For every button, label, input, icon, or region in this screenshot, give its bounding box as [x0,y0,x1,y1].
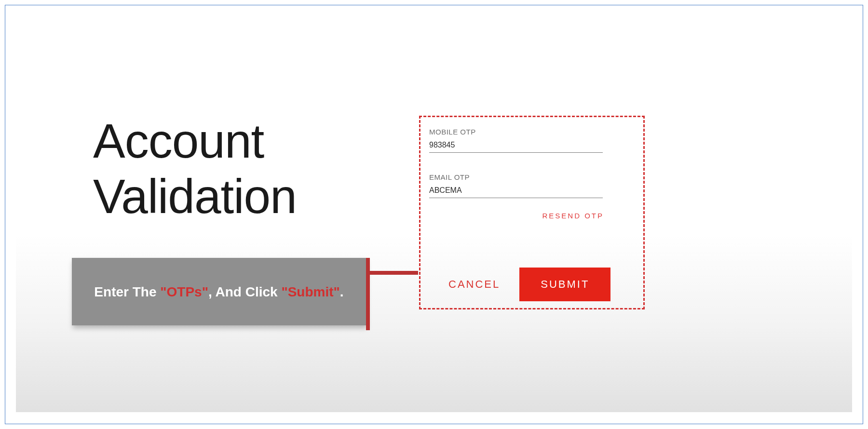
callout-connector-vertical [366,258,370,330]
button-row: CANCEL SUBMIT [429,268,635,301]
page-title: AccountValidation [93,113,297,224]
instruction-pre: Enter The [94,284,160,299]
submit-button[interactable]: SUBMIT [519,268,610,301]
mobile-otp-label: MOBILE OTP [429,128,635,136]
mobile-otp-field: MOBILE OTP [429,128,635,153]
instruction-highlight-submit: "Submit" [281,284,339,299]
email-otp-input[interactable] [429,184,603,198]
email-otp-label: EMAIL OTP [429,173,635,181]
callout-connector-horizontal [370,271,418,275]
cancel-button[interactable]: CANCEL [448,278,500,291]
resend-row: RESEND OTP [429,212,604,220]
instruction-callout: Enter The "OTPs", And Click "Submit". [72,258,366,325]
stage: AccountValidation Enter The "OTPs", And … [16,17,852,412]
otp-panel: MOBILE OTP EMAIL OTP RESEND OTP CANCEL S… [419,116,645,309]
mobile-otp-input[interactable] [429,139,603,153]
email-otp-field: EMAIL OTP [429,173,635,198]
instruction-highlight-otps: "OTPs" [160,284,208,299]
outer-frame: AccountValidation Enter The "OTPs", And … [5,5,863,424]
instruction-mid: , And Click [208,284,281,299]
instruction-post: . [340,284,344,299]
resend-otp-link[interactable]: RESEND OTP [542,212,604,220]
instruction-text: Enter The "OTPs", And Click "Submit". [94,283,343,300]
